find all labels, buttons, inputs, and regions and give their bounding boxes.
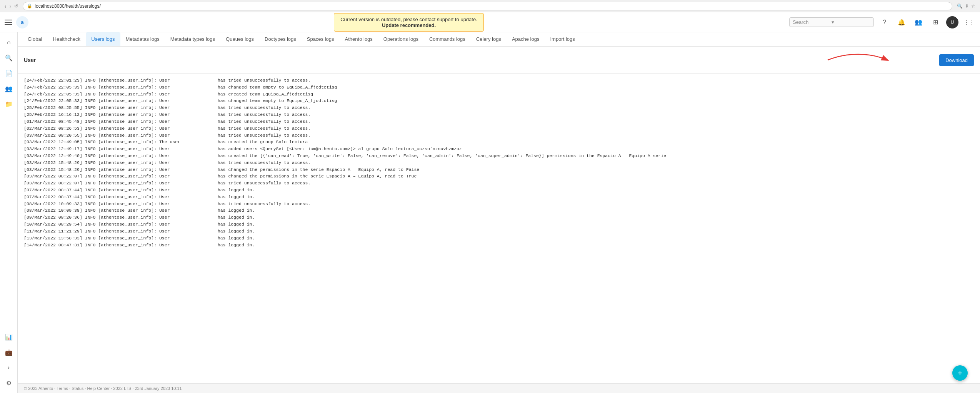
log-title: User [24, 57, 36, 63]
log-line: [07/Mar/2022 08:37:44] INFO [athentose_u… [24, 187, 974, 194]
help-button[interactable]: ? [878, 16, 891, 28]
footer-status[interactable]: Status [72, 386, 83, 391]
tab-metadata-types-logs[interactable]: Metadata types logs [165, 32, 220, 47]
sidebar-item-home[interactable]: ⌂ [2, 35, 16, 49]
log-line: [08/Mar/2022 10:09:38] INFO [athentose_u… [24, 207, 974, 214]
sidebar-item-charts[interactable]: 📊 [2, 330, 16, 344]
arrow-annotation [824, 50, 893, 70]
back-button[interactable]: ‹ [5, 3, 7, 9]
tab-healthcheck[interactable]: Healthcheck [48, 32, 86, 47]
search-placeholder: Search [793, 19, 832, 25]
main-content: GlobalHealthcheckUsers logsMetadatas log… [18, 32, 980, 393]
grid-button[interactable]: ⋮⋮ [963, 16, 975, 28]
tab-users-logs[interactable]: Users logs [86, 32, 120, 47]
download-status-icon: ⬇ [965, 3, 969, 9]
search-dropdown-icon: ▾ [832, 19, 870, 25]
log-body[interactable]: [24/Feb/2022 22:01:23] INFO [athentose_u… [18, 74, 980, 383]
sidebar-item-folders[interactable]: 📁 [2, 97, 16, 111]
tab-celery-logs[interactable]: Celery logs [471, 32, 507, 47]
footer: © 2023 Athento · Terms · Status · Help C… [18, 383, 980, 393]
log-header: User Download [18, 47, 980, 74]
zoom-icon: 🔍 [957, 3, 963, 9]
sidebar-item-settings[interactable]: ⚙ [2, 376, 16, 390]
log-area: User Download [24/Feb/2022 22:01:23] INF [18, 47, 980, 383]
log-line: [03/Mar/2022 12:49:17] INFO [athentose_u… [24, 145, 974, 152]
log-line: [07/Mar/2022 08:37:44] INFO [athentose_u… [24, 194, 974, 201]
menu-button[interactable] [5, 18, 12, 26]
log-line: [11/Mar/2022 11:21:29] INFO [athentose_u… [24, 228, 974, 235]
sidebar-item-docs[interactable]: 📄 [2, 66, 16, 80]
sidebar-item-cases[interactable]: 💼 [2, 345, 16, 359]
log-line: [03/Mar/2022 12:49:40] INFO [athentose_u… [24, 152, 974, 159]
forward-button[interactable]: › [10, 3, 12, 9]
tab-operations-logs[interactable]: Operations logs [378, 32, 424, 47]
log-line: [03/Mar/2022 08:22:07] INFO [athentose_u… [24, 173, 974, 180]
log-line: [02/Mar/2022 08:26:53] INFO [athentose_u… [24, 125, 974, 132]
share-button[interactable]: 👥 [912, 16, 925, 28]
tab-commands-logs[interactable]: Commands logs [424, 32, 471, 47]
tab-athento-logs[interactable]: Athento logs [340, 32, 378, 47]
app-logo: a [16, 16, 28, 28]
log-line: [03/Mar/2022 12:49:05] INFO [athentose_u… [24, 139, 974, 145]
log-line: [10/Mar/2022 08:29:54] INFO [athentose_u… [24, 221, 974, 228]
log-line: [24/Feb/2022 22:01:23] INFO [athentose_u… [24, 77, 974, 84]
footer-terms[interactable]: Terms [57, 386, 68, 391]
sidebar-item-users[interactable]: 👥 [2, 82, 16, 95]
log-line: [09/Mar/2022 08:20:36] INFO [athentose_u… [24, 214, 974, 221]
refresh-button[interactable]: ↺ [14, 3, 18, 9]
topbar-center: Current version is outdated, please cont… [28, 13, 789, 32]
footer-copyright: © 2023 Athento [24, 386, 53, 391]
sidebar: ⌂ 🔍 📄 👥 📁 📊 💼 › ⚙ [0, 32, 18, 393]
footer-version: 2022 LTS · 23rd January 2023 10:11 [113, 386, 182, 391]
apps-button[interactable]: ⊞ [929, 16, 942, 28]
fab-button[interactable]: + [952, 365, 968, 381]
log-line: [13/Mar/2022 13:58:33] INFO [athentose_u… [24, 235, 974, 242]
download-button[interactable]: Download [939, 54, 974, 66]
topbar-right: Search ▾ ? 🔔 👥 ⊞ U ⋮⋮ [789, 16, 975, 28]
log-line: [03/Mar/2022 08:22:07] INFO [athentose_u… [24, 180, 974, 187]
notifications-button[interactable]: 🔔 [895, 16, 908, 28]
bookmark-icon: ☆ [971, 3, 975, 9]
tabs-bar: GlobalHealthcheckUsers logsMetadatas log… [18, 32, 980, 47]
tab-metadatas-logs[interactable]: Metadatas logs [120, 32, 165, 47]
lock-icon: 🔒 [27, 3, 32, 8]
tab-queues-logs[interactable]: Queues logs [220, 32, 259, 47]
log-line: [24/Feb/2022 22:05:33] INFO [athentose_u… [24, 84, 974, 91]
log-line: [25/Feb/2022 16:16:12] INFO [athentose_u… [24, 111, 974, 118]
footer-help[interactable]: Help Center [87, 386, 110, 391]
topbar-left: a [5, 16, 28, 28]
log-line: [08/Mar/2022 10:09:33] INFO [athentose_u… [24, 201, 974, 207]
log-line: [24/Feb/2022 22:05:33] INFO [athentose_u… [24, 91, 974, 98]
tab-import-logs[interactable]: Import logs [545, 32, 580, 47]
log-line: [03/Mar/2022 08:20:55] INFO [athentose_u… [24, 132, 974, 139]
log-line: [03/Mar/2022 15:48:29] INFO [athentose_u… [24, 159, 974, 166]
log-line: [03/Mar/2022 15:48:29] INFO [athentose_u… [24, 166, 974, 173]
url-bar[interactable]: localhost:8000/health/userslogs/ [35, 3, 100, 9]
avatar[interactable]: U [946, 16, 958, 28]
sidebar-item-search[interactable]: 🔍 [2, 51, 16, 65]
sidebar-item-expand[interactable]: › [2, 361, 16, 375]
log-line: [24/Feb/2022 22:05:33] INFO [athentose_u… [24, 97, 974, 104]
log-line: [01/Mar/2022 08:45:48] INFO [athentose_u… [24, 118, 974, 125]
tab-doctypes-logs[interactable]: Doctypes logs [259, 32, 302, 47]
search-box[interactable]: Search ▾ [789, 17, 874, 27]
update-banner: Current version is outdated, please cont… [334, 13, 484, 32]
tab-global[interactable]: Global [22, 32, 48, 47]
log-line: [14/Mar/2022 08:47:31] INFO [athentose_u… [24, 242, 974, 249]
log-line: [25/Feb/2022 08:25:55] INFO [athentose_u… [24, 104, 974, 111]
tab-spaces-logs[interactable]: Spaces logs [302, 32, 340, 47]
tab-apache-logs[interactable]: Apache logs [507, 32, 545, 47]
